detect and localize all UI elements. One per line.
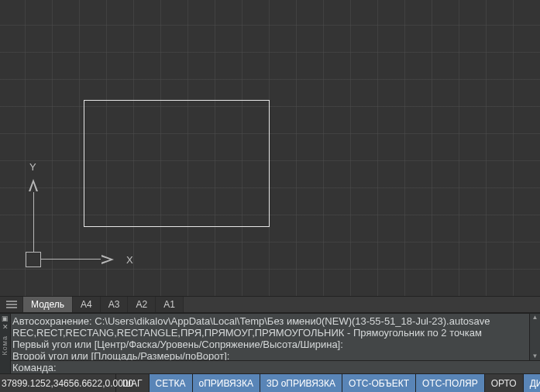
layout-tabs-bar: МодельA4A3A2A1 (0, 296, 540, 313)
ucs-x-label: X (126, 254, 133, 266)
status-toggle[interactable]: СЕТКА (150, 374, 193, 392)
status-bar: 37899.1252,34656.6622,0.0000 ШАГСЕТКАоПР… (0, 373, 540, 392)
layout-tab[interactable]: A2 (128, 297, 156, 312)
command-scrollbar[interactable]: ▲ ▼ (529, 314, 540, 360)
layout-tab[interactable]: A1 (156, 297, 184, 312)
ucs-y-label: Y (29, 161, 36, 173)
command-window: ▣ ✕ Кома Автосохранение: C:\Users\dikalo… (0, 313, 540, 373)
ucs-icon: X Y (26, 159, 119, 267)
tabs-menu-icon[interactable] (0, 297, 23, 312)
app-root: X Y МодельA4A3A2A1 ▣ ✕ Кома Автосохранен… (0, 0, 540, 392)
status-toggle[interactable]: ОРТО (485, 374, 524, 392)
layout-tab[interactable]: A3 (101, 297, 129, 312)
command-input-row[interactable]: Команда: (0, 360, 540, 373)
scroll-up-icon[interactable]: ▲ (532, 314, 538, 322)
command-prompt: Команда: (12, 362, 57, 373)
status-coordinates[interactable]: 37899.1252,34656.6622,0.0000 (0, 374, 116, 392)
command-gutter-up-icon[interactable]: ▣ (2, 315, 9, 322)
layout-tab[interactable]: A4 (73, 297, 101, 312)
status-toggle[interactable]: ОТС-ПОЛЯР (416, 374, 485, 392)
status-toggle[interactable]: ДИН-ВВОД (524, 374, 540, 392)
ucs-y-axis (33, 190, 34, 252)
ucs-origin-square (26, 252, 41, 267)
command-gutter: ▣ ✕ Кома (0, 314, 11, 373)
status-toggle[interactable]: ШАГ (116, 374, 150, 392)
scroll-down-icon[interactable]: ▼ (532, 352, 538, 360)
command-gutter-close-icon[interactable]: ✕ (2, 324, 9, 331)
layout-tab[interactable]: Модель (23, 297, 73, 312)
status-toggle[interactable]: ОТС-ОБЪЕКТ (342, 374, 416, 392)
command-history[interactable]: Автосохранение: C:\Users\dikalov\AppData… (0, 314, 540, 360)
ucs-x-axis (41, 259, 103, 260)
command-gutter-label: Кома (2, 335, 9, 355)
status-toggle[interactable]: оПРИВЯЗКА (193, 374, 260, 392)
drawing-canvas[interactable]: X Y (0, 0, 540, 296)
status-toggle[interactable]: 3D оПРИВЯЗКА (260, 374, 342, 392)
